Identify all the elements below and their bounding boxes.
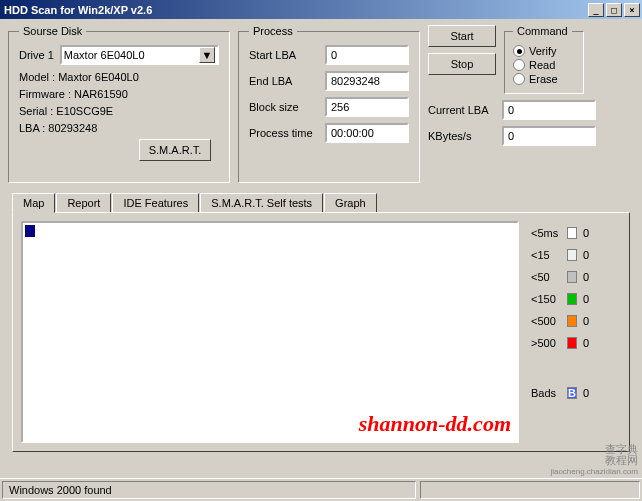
firmware-text: Firmware : NAR61590 [19, 88, 219, 100]
chevron-down-icon[interactable]: ▼ [199, 47, 215, 63]
legend-color-box [567, 227, 577, 239]
legend-label: Bads [531, 387, 561, 399]
legend-count: 0 [583, 387, 589, 399]
tab-map[interactable]: Map [12, 193, 55, 213]
legend-item: <1500 [531, 293, 621, 305]
status-empty [420, 481, 640, 499]
tab-smart-selftests[interactable]: S.M.A.R.T. Self tests [200, 193, 323, 212]
current-lba-value: 0 [502, 100, 596, 120]
corner-watermark: 查字典教程网jiaocheng.chazidian.com [550, 444, 638, 477]
tab-panel-map: shannon-dd.com <5ms0<150<500<1500<5000>5… [12, 212, 630, 452]
legend-label: <5ms [531, 227, 561, 239]
radio-icon [513, 45, 525, 57]
legend-item: <5ms0 [531, 227, 621, 239]
stop-button[interactable]: Stop [428, 53, 496, 75]
legend-bads: BadsB0 [531, 387, 621, 399]
sourse-disk-group: Sourse Disk Drive 1 Maxtor 6E040L0 ▼ Mod… [8, 25, 230, 183]
close-button[interactable]: × [624, 3, 640, 17]
legend-color-box [567, 337, 577, 349]
end-lba-label: End LBA [249, 75, 319, 87]
process-time-label: Process time [249, 127, 319, 139]
tab-strip: Map Report IDE Features S.M.A.R.T. Self … [12, 193, 634, 212]
statusbar: Windows 2000 found [0, 478, 642, 501]
sourse-legend: Sourse Disk [19, 25, 86, 37]
legend-label: <150 [531, 293, 561, 305]
legend-label: >500 [531, 337, 561, 349]
minimize-button[interactable]: _ [588, 3, 604, 17]
radio-icon [513, 73, 525, 85]
lba-text: LBA : 80293248 [19, 122, 219, 134]
start-lba-input[interactable]: 0 [325, 45, 409, 65]
read-radio[interactable]: Read [513, 59, 575, 71]
map-area: shannon-dd.com [21, 221, 519, 443]
legend-color-box [567, 249, 577, 261]
kbytes-value: 0 [502, 126, 596, 146]
process-time-value: 00:00:00 [325, 123, 409, 143]
watermark-text: shannon-dd.com [359, 411, 511, 437]
legend-count: 0 [583, 249, 589, 261]
legend-item: >5000 [531, 337, 621, 349]
legend-label: <50 [531, 271, 561, 283]
tab-ide-features[interactable]: IDE Features [112, 193, 199, 212]
titlebar: HDD Scan for Win2k/XP v2.6 _ □ × [0, 0, 642, 19]
legend-count: 0 [583, 337, 589, 349]
command-group: Command Verify Read Erase [504, 25, 584, 94]
legend-column: <5ms0<150<500<1500<5000>5000BadsB0 [531, 221, 621, 443]
process-legend: Process [249, 25, 297, 37]
current-lba-label: Current LBA [428, 104, 496, 116]
legend-count: 0 [583, 271, 589, 283]
radio-icon [513, 59, 525, 71]
legend-count: 0 [583, 315, 589, 327]
legend-label: <500 [531, 315, 561, 327]
drive-select[interactable]: Maxtor 6E040L0 ▼ [60, 45, 219, 65]
erase-radio[interactable]: Erase [513, 73, 575, 85]
block-size-input[interactable]: 256 [325, 97, 409, 117]
start-button[interactable]: Start [428, 25, 496, 47]
end-lba-input[interactable]: 80293248 [325, 71, 409, 91]
legend-count: 0 [583, 227, 589, 239]
legend-color-box: B [567, 387, 577, 399]
legend-color-box [567, 293, 577, 305]
verify-radio[interactable]: Verify [513, 45, 575, 57]
start-lba-label: Start LBA [249, 49, 319, 61]
drive-label: Drive 1 [19, 49, 54, 61]
legend-item: <150 [531, 249, 621, 261]
kbytes-label: KBytes/s [428, 130, 496, 142]
command-legend: Command [513, 25, 572, 37]
maximize-button[interactable]: □ [606, 3, 622, 17]
process-group: Process Start LBA0 End LBA80293248 Block… [238, 25, 420, 183]
tab-graph[interactable]: Graph [324, 193, 377, 212]
smart-button[interactable]: S.M.A.R.T. [139, 139, 211, 161]
legend-count: 0 [583, 293, 589, 305]
drive-select-value: Maxtor 6E040L0 [64, 49, 199, 61]
tab-report[interactable]: Report [56, 193, 111, 212]
legend-color-box [567, 271, 577, 283]
serial-text: Serial : E10SCG9E [19, 105, 219, 117]
window-title: HDD Scan for Win2k/XP v2.6 [4, 4, 586, 16]
legend-label: <15 [531, 249, 561, 261]
map-cursor [25, 225, 35, 237]
block-size-label: Block size [249, 101, 319, 113]
model-text: Model : Maxtor 6E040L0 [19, 71, 219, 83]
legend-item: <5000 [531, 315, 621, 327]
legend-color-box [567, 315, 577, 327]
status-text: Windows 2000 found [2, 481, 416, 499]
legend-item: <500 [531, 271, 621, 283]
